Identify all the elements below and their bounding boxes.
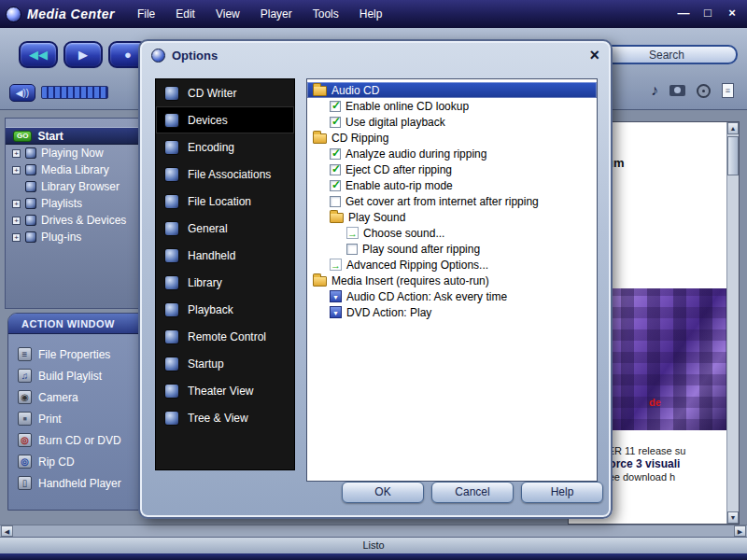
menu-help[interactable]: Help bbox=[359, 7, 383, 21]
file-associations-icon bbox=[164, 167, 179, 182]
category-theater-view[interactable]: Theater View bbox=[156, 377, 294, 404]
category-playback[interactable]: Playback bbox=[156, 296, 294, 323]
option-use-digital-playback[interactable]: Use digital playback bbox=[307, 114, 597, 130]
tree-item-plug-ins[interactable]: + Plug-ins bbox=[6, 229, 156, 245]
category-encoding[interactable]: Encoding bbox=[156, 133, 294, 161]
option-get-cover-art[interactable]: Get cover art from internet after rippin… bbox=[307, 193, 597, 209]
category-devices[interactable]: Devices bbox=[156, 106, 294, 133]
back-button[interactable]: ◀◀ bbox=[19, 41, 58, 68]
tree-item-cd-ripping[interactable]: CD Ripping bbox=[307, 130, 597, 146]
ok-button[interactable]: OK bbox=[342, 482, 424, 503]
option-play-sound-after-ripping[interactable]: Play sound after ripping bbox=[307, 241, 597, 257]
play-button[interactable]: ▶ bbox=[63, 41, 103, 68]
menu-file[interactable]: File bbox=[137, 7, 155, 21]
option-analyze-audio-during-ripping[interactable]: Analyze audio during ripping bbox=[307, 146, 597, 161]
checkbox[interactable] bbox=[346, 244, 358, 255]
menu-edit[interactable]: Edit bbox=[176, 7, 195, 21]
category-file-location[interactable]: File Location bbox=[156, 188, 294, 215]
action-burn-cd-dvd[interactable]: Burn CD or DVD bbox=[8, 429, 158, 451]
action-camera[interactable]: Camera bbox=[8, 386, 158, 408]
checkbox[interactable] bbox=[330, 117, 341, 128]
start-label: Start bbox=[37, 130, 63, 143]
tree-item-label: Audio CD bbox=[331, 84, 379, 97]
expand-icon[interactable]: + bbox=[12, 233, 21, 242]
maximize-button[interactable]: □ bbox=[700, 6, 715, 20]
category-remote-control[interactable]: Remote Control bbox=[156, 323, 294, 350]
option-enable-online-cd-lookup[interactable]: Enable online CD lookup bbox=[307, 98, 597, 114]
tree-item-play-sound[interactable]: Play Sound bbox=[307, 209, 597, 225]
library-browser-icon bbox=[25, 181, 36, 192]
checkbox[interactable] bbox=[330, 148, 341, 160]
action-item-label: Print bbox=[38, 413, 62, 426]
tree-item-audio-cd[interactable]: Audio CD bbox=[307, 82, 597, 98]
action-handheld-player[interactable]: Handheld Player bbox=[8, 472, 158, 494]
checkbox[interactable] bbox=[330, 164, 341, 175]
action-file-properties[interactable]: File Properties bbox=[8, 343, 158, 365]
mute-button[interactable]: ◀)) bbox=[9, 84, 35, 102]
scroll-left-button[interactable]: ◀ bbox=[1, 525, 13, 537]
expand-icon[interactable]: + bbox=[12, 149, 21, 158]
action-build-playlist[interactable]: Build Playlist bbox=[8, 365, 158, 386]
volume-slider[interactable] bbox=[41, 86, 108, 99]
devices-icon bbox=[164, 113, 179, 128]
tree-item-playing-now[interactable]: + Playing Now bbox=[6, 145, 156, 161]
scrollbar-thumb[interactable] bbox=[727, 136, 739, 175]
dialog-close-button[interactable]: × bbox=[589, 48, 599, 63]
category-tree-view[interactable]: Tree & View bbox=[156, 404, 294, 431]
minimize-button[interactable]: — bbox=[676, 6, 691, 20]
scroll-up-button[interactable]: ▲ bbox=[727, 122, 739, 134]
file-properties-icon bbox=[18, 347, 32, 361]
theater-view-icon bbox=[164, 384, 179, 399]
action-advanced-ripping-options[interactable]: Advanced Ripping Options... bbox=[307, 257, 597, 273]
checkbox[interactable] bbox=[330, 180, 341, 191]
image-overlay-text: de bbox=[649, 397, 661, 408]
tree-item-drives-devices[interactable]: + Drives & Devices bbox=[6, 212, 156, 229]
category-general[interactable]: General bbox=[156, 215, 294, 242]
option-label: Eject CD after ripping bbox=[345, 163, 452, 176]
startup-icon bbox=[164, 357, 179, 371]
option-eject-cd-after-ripping[interactable]: Eject CD after ripping bbox=[307, 161, 597, 177]
playlist-icon[interactable]: ≡ bbox=[722, 83, 734, 98]
tree-item-media-library[interactable]: + Media Library bbox=[6, 161, 156, 178]
dropdown-dvd-action[interactable]: DVD Action: Play bbox=[307, 304, 597, 320]
dropdown-icon bbox=[330, 306, 342, 318]
cancel-button[interactable]: Cancel bbox=[431, 482, 514, 503]
search-input[interactable] bbox=[596, 45, 738, 64]
category-file-associations[interactable]: File Associations bbox=[156, 161, 294, 188]
camera-icon[interactable] bbox=[669, 85, 685, 96]
category-startup[interactable]: Startup bbox=[156, 350, 294, 377]
playback-icon bbox=[164, 302, 179, 317]
tree-item-media-insert[interactable]: Media Insert (requires auto-run) bbox=[307, 273, 597, 288]
category-library[interactable]: Library bbox=[156, 269, 294, 296]
tree-item-library-browser[interactable]: Library Browser bbox=[6, 178, 156, 195]
music-icon[interactable]: ♪ bbox=[651, 82, 658, 99]
tree-item-playlists[interactable]: + Playlists bbox=[6, 195, 156, 212]
category-label: Tree & View bbox=[188, 412, 248, 425]
action-rip-cd[interactable]: Rip CD bbox=[8, 451, 158, 472]
dropdown-audio-cd-action[interactable]: Audio CD Action: Ask every time bbox=[307, 288, 597, 304]
vertical-scrollbar[interactable]: ▲ ▼ bbox=[726, 122, 739, 524]
help-button[interactable]: Help bbox=[521, 482, 603, 503]
tree-item-start[interactable]: GO Start bbox=[6, 127, 156, 145]
expand-icon[interactable]: + bbox=[12, 166, 21, 175]
expand-icon[interactable]: + bbox=[12, 217, 21, 225]
menu-player[interactable]: Player bbox=[261, 7, 292, 21]
option-enable-auto-rip-mode[interactable]: Enable auto-rip mode bbox=[307, 177, 597, 193]
menu-view[interactable]: View bbox=[216, 7, 240, 21]
option-label: Play sound after ripping bbox=[362, 243, 480, 256]
folder-icon bbox=[330, 213, 344, 223]
scroll-right-button[interactable]: ▶ bbox=[734, 525, 746, 537]
action-choose-sound[interactable]: Choose sound... bbox=[307, 225, 597, 241]
menu-tools[interactable]: Tools bbox=[313, 7, 339, 21]
checkbox[interactable] bbox=[330, 101, 341, 112]
movies-icon[interactable] bbox=[697, 84, 711, 98]
category-handheld[interactable]: Handheld bbox=[156, 242, 294, 269]
scroll-down-button[interactable]: ▼ bbox=[727, 511, 739, 524]
dialog-titlebar[interactable]: Options × bbox=[140, 41, 611, 69]
expand-icon[interactable]: + bbox=[12, 200, 21, 208]
close-button[interactable]: × bbox=[725, 6, 740, 20]
action-print[interactable]: Print bbox=[8, 408, 158, 429]
horizontal-scrollbar[interactable]: ◀ ▶ bbox=[0, 525, 747, 537]
category-cd-writer[interactable]: CD Writer bbox=[156, 79, 294, 106]
checkbox[interactable] bbox=[330, 196, 341, 207]
